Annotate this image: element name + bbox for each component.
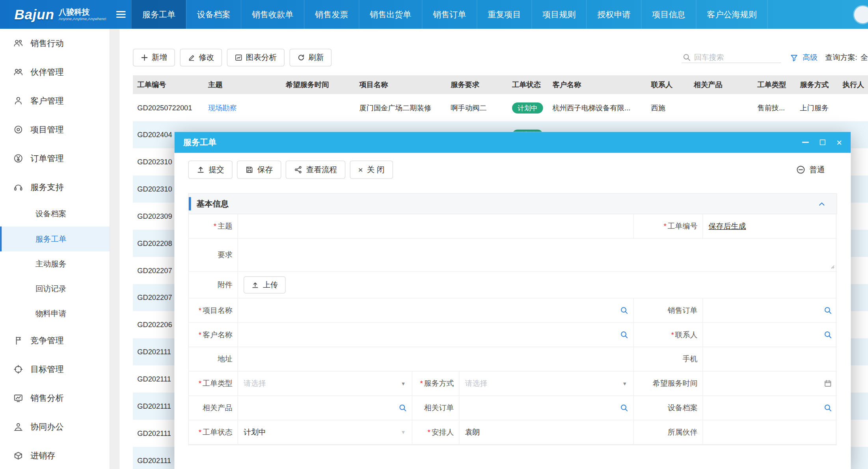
search-input[interactable] — [694, 53, 777, 61]
chart-analysis-button[interactable]: 图表分析 — [227, 49, 285, 67]
sidebar-item[interactable]: 销售分析 — [0, 384, 110, 413]
sidebar-item[interactable]: 项目管理 — [0, 115, 110, 144]
user-avatar[interactable] — [854, 6, 868, 23]
nav-tab[interactable]: 服务工单 — [131, 0, 186, 29]
sidebar-item-label: 目标管理 — [30, 364, 63, 375]
column-header[interactable]: 服务要求 — [446, 75, 508, 94]
modal-title: 服务工单 — [183, 137, 216, 148]
nav-tab[interactable]: 设备档案 — [186, 0, 241, 29]
column-header[interactable]: 服务方式 — [795, 75, 838, 94]
lookup-search-icon[interactable] — [824, 306, 832, 315]
sidebar-item[interactable]: 竞争管理 — [0, 326, 110, 355]
sidebar-item[interactable]: 服务支持 — [0, 173, 110, 201]
lookup-search-icon[interactable] — [824, 404, 832, 412]
method-select[interactable]: 请选择▼ — [460, 372, 634, 396]
sidebar-item[interactable]: 进销存 — [0, 441, 110, 469]
sidebar-item[interactable]: 客户管理 — [0, 86, 110, 115]
requirement-field[interactable] — [244, 251, 831, 259]
partner-field[interactable] — [709, 428, 832, 436]
nav-tab[interactable]: 项目规则 — [531, 0, 586, 29]
people-icon — [13, 38, 23, 48]
save-button[interactable]: 保存 — [237, 160, 281, 179]
close-icon[interactable]: × — [836, 138, 842, 147]
column-header[interactable]: 执行人 — [838, 75, 868, 94]
nav-tab[interactable]: 客户公海规则 — [696, 0, 768, 29]
expected-time-field[interactable] — [709, 379, 832, 387]
nav-tab[interactable]: 销售订单 — [422, 0, 477, 29]
refresh-button[interactable]: 刷新 — [289, 49, 332, 67]
sidebar-subitem[interactable]: 设备档案 — [0, 201, 110, 226]
sidebar-subitem[interactable]: 回访记录 — [0, 276, 110, 301]
sidebar-subitem[interactable]: 物料申请 — [0, 301, 110, 326]
compete-icon — [13, 335, 23, 345]
contact-field[interactable] — [709, 331, 832, 339]
minimize-icon[interactable] — [802, 142, 809, 143]
column-header[interactable]: 工单编号 — [133, 75, 204, 94]
goal-icon — [13, 364, 23, 374]
subject-field[interactable] — [244, 222, 628, 230]
lookup-search-icon[interactable] — [620, 306, 628, 315]
column-header[interactable]: 希望服务时间 — [281, 75, 355, 94]
project-field[interactable] — [244, 306, 628, 315]
nav-tab[interactable]: 销售收款单 — [241, 0, 304, 29]
sidebar-subitem[interactable]: 服务工单 — [0, 227, 110, 251]
sidebar-item[interactable]: 订单管理 — [0, 144, 110, 173]
submit-button[interactable]: 提交 — [188, 160, 232, 179]
lookup-search-icon[interactable] — [620, 331, 628, 339]
lookup-search-icon[interactable] — [399, 404, 407, 412]
add-button[interactable]: 新增 — [133, 49, 175, 67]
order-no-value: 保存后生成 — [709, 221, 746, 231]
priority-selector[interactable]: 普通 — [796, 165, 825, 175]
related-order-field[interactable] — [465, 404, 628, 412]
maximize-icon[interactable] — [820, 140, 825, 145]
customer-field[interactable] — [244, 331, 628, 339]
status-label: *工单状态 — [189, 420, 238, 445]
nav-tab[interactable]: 项目信息 — [641, 0, 696, 29]
edit-button[interactable]: 修改 — [180, 49, 222, 67]
section-basic-info[interactable]: 基本信息 — [188, 193, 837, 214]
advanced-search-link[interactable]: 高级 — [803, 52, 818, 62]
lookup-search-icon[interactable] — [620, 404, 628, 412]
mobile-field[interactable] — [709, 355, 832, 363]
column-header[interactable]: 相关产品 — [689, 75, 753, 94]
resize-handle-icon[interactable] — [828, 262, 835, 269]
table-row[interactable]: GD20250722001现场勘察厦门国金广场二期装修啊手动阀二计划中杭州西子电… — [133, 94, 868, 121]
query-plan-value[interactable]: 全 — [861, 52, 868, 62]
status-select[interactable]: 计划中▼ — [238, 420, 412, 445]
close-button[interactable]: × 关 闭 — [350, 160, 393, 179]
column-header[interactable]: 项目名称 — [355, 75, 446, 94]
menu-hamburger-icon[interactable] — [110, 0, 131, 29]
column-header[interactable]: 主题 — [204, 75, 281, 94]
sidebar-item[interactable]: 协同办公 — [0, 413, 110, 441]
lookup-search-icon[interactable] — [824, 331, 832, 339]
view-flow-button[interactable]: 查看流程 — [286, 160, 346, 179]
nav-tab[interactable]: 重复项目 — [477, 0, 531, 29]
filter-funnel-icon[interactable] — [790, 54, 798, 62]
upload-button[interactable]: 上传 — [244, 276, 286, 294]
nav-tab[interactable]: 授权申请 — [586, 0, 641, 29]
subject-link[interactable]: 现场勘察 — [208, 103, 237, 113]
service-icon — [13, 182, 23, 192]
nav-tab[interactable]: 销售发票 — [304, 0, 359, 29]
nav-tab[interactable]: 销售出货单 — [359, 0, 422, 29]
product-field[interactable] — [244, 404, 406, 412]
sidebar-subitem[interactable]: 主动服务 — [0, 251, 110, 276]
sidebar-item-label: 服务支持 — [30, 182, 63, 193]
address-field[interactable] — [244, 355, 628, 363]
column-header[interactable]: 客户名称 — [548, 75, 646, 94]
column-header[interactable]: 工单状态 — [508, 75, 548, 94]
project-label: *项目名称 — [189, 298, 238, 323]
calendar-icon[interactable] — [824, 379, 832, 387]
assignee-field[interactable] — [465, 428, 628, 436]
column-header[interactable]: 联系人 — [646, 75, 689, 94]
sidebar-item[interactable]: 销售行动 — [0, 29, 110, 58]
sales-order-field[interactable] — [709, 306, 832, 315]
chevron-up-icon[interactable] — [818, 200, 825, 207]
dropdown-arrow-icon: ▼ — [401, 381, 406, 386]
sidebar-item[interactable]: 目标管理 — [0, 355, 110, 384]
button-label: 修改 — [199, 52, 214, 62]
device-field[interactable] — [709, 404, 832, 412]
type-select[interactable]: 请选择▼ — [238, 372, 412, 396]
column-header[interactable]: 工单类型 — [753, 75, 795, 94]
sidebar-item[interactable]: 伙伴管理 — [0, 58, 110, 86]
